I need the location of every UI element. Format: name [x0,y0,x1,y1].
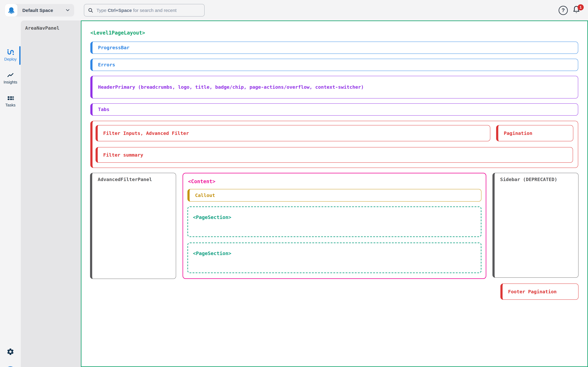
space-switcher[interactable]: Default Space [5,4,74,17]
search-placeholder: Type Ctrl+Space for search and recent [96,8,177,13]
tabs-box: Tabs [90,103,578,116]
page-section-box: <PageSection> [187,206,481,237]
notification-badge: 1 [578,4,584,10]
help-button[interactable]: ? [559,6,568,15]
sidebar-item-insights[interactable]: Insights [0,72,21,84]
help-glyph: ? [562,7,565,13]
insights-trend-icon [6,72,14,79]
top-bar: Default Space Type Ctrl+Space for search… [0,0,588,20]
pagination-box: Pagination [496,125,573,141]
search-input[interactable]: Type Ctrl+Space for search and recent [84,4,205,17]
header-primary-box: HeaderPrimary (breadcrumbs, logo, title,… [90,76,578,99]
sidebar-deprecated-box: Sidebar (DEPRECATED) [493,173,579,278]
page-section-box: <PageSection> [187,242,481,273]
deploy-icon [6,49,15,56]
filter-inputs-box: Filter Inputs, Advanced Filter [95,125,490,141]
sidebar-item-tasks[interactable]: Tasks [0,94,21,107]
search-icon [88,8,93,13]
level1-page-layout-panel: <Level1PageLayout> ProgressBar Errors He… [81,20,588,367]
footer-pagination-box: Footer Pagination [501,284,579,300]
notifications-button[interactable]: 1 [572,5,582,16]
sidebar-item-label: Insights [3,80,17,84]
app-root: Default Space Type Ctrl+Space for search… [0,0,588,367]
sidebar-item-label: Deploy [4,57,17,61]
octopus-logo-icon [7,6,15,14]
gear-icon [6,348,14,356]
sidebar-item-label: Tasks [5,103,16,107]
level1-page-layout-tag: <Level1PageLayout> [90,30,145,36]
advanced-filter-panel-box: AdvancedFilterPanel [90,173,176,279]
area-nav-panel: AreaNavPanel [21,20,81,367]
space-switcher-label: Default Space [22,4,53,17]
nav-rail: Deploy Insights Tasks OD [0,20,21,367]
progress-bar-box: ProgressBar [90,42,578,54]
tasks-grid-icon [6,94,14,102]
callout-box: Callout [187,189,481,201]
sidebar-item-deploy[interactable]: Deploy [0,49,21,61]
errors-box: Errors [90,59,578,71]
octopus-logo[interactable] [5,4,17,17]
settings-button[interactable] [6,348,14,356]
chevron-down-icon [65,8,70,13]
content-tag: <Content> [188,179,216,184]
filter-summary-box: Filter summary [95,147,573,163]
area-nav-panel-label: AreaNavPanel [25,25,60,31]
user-avatar[interactable]: OD [5,366,16,367]
filter-group-box: Filter Inputs, Advanced Filter Paginatio… [90,121,578,168]
content-box: <Content> Callout <PageSection> <PageSec… [182,173,486,279]
